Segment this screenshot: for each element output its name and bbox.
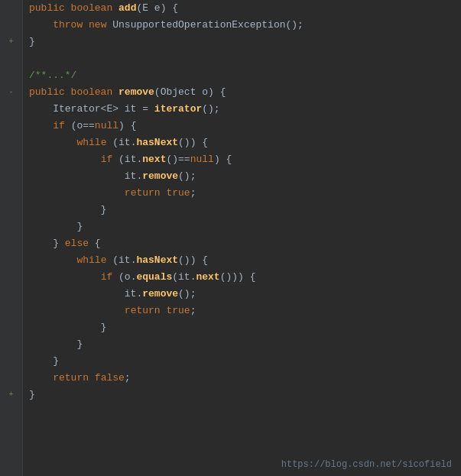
gutter-line-3[interactable]: + — [0, 34, 22, 50]
code-line-23: return false; — [23, 370, 461, 387]
gutter-line-9 — [0, 134, 22, 151]
token: ) { — [118, 118, 136, 134]
token: (o== — [71, 118, 95, 134]
gutter-line-19 — [0, 303, 22, 319]
token: Iterator<E> it = — [29, 101, 154, 118]
token — [29, 252, 76, 269]
code-line-15: } else { — [23, 235, 461, 252]
fold-icon-3[interactable]: + — [8, 34, 13, 50]
token: return — [125, 185, 167, 202]
watermark: https://blog.csdn.net/sicofield — [281, 459, 452, 470]
token: } — [29, 219, 83, 235]
token: (); — [178, 168, 196, 185]
token: (it. — [118, 151, 142, 168]
token: (Object o) { — [154, 84, 226, 101]
token — [29, 134, 76, 151]
token: { — [95, 235, 101, 252]
code-line-19: return true; — [23, 303, 461, 319]
token: (); — [178, 286, 196, 303]
line-gutter: + - + — [0, 0, 23, 476]
token: public — [29, 0, 71, 17]
token: new — [89, 17, 112, 34]
code-line-7: Iterator<E> it = iterator(); — [23, 101, 461, 118]
token: it. — [29, 168, 142, 185]
token: UnsupportedOperationException(); — [112, 17, 304, 34]
token: ()== — [166, 151, 190, 168]
token: /**...*/ — [29, 67, 76, 84]
token: remove — [118, 84, 154, 101]
token: false — [95, 370, 125, 387]
code-line-18: it.remove(); — [23, 286, 461, 303]
gutter-line-11 — [0, 168, 22, 185]
token: remove — [142, 286, 178, 303]
code-line-11: it.remove(); — [23, 168, 461, 185]
code-content: public boolean add(E e) { throw new Unsu… — [23, 0, 461, 476]
code-line-14: } — [23, 219, 461, 235]
token: ; — [190, 185, 196, 202]
token: iterator — [154, 101, 202, 118]
token: true — [166, 185, 190, 202]
gutter-line-2 — [0, 17, 22, 34]
gutter-line-1 — [0, 0, 22, 17]
gutter-line-15 — [0, 235, 22, 252]
token: } — [29, 202, 106, 219]
code-line-24: } — [23, 387, 461, 403]
token: ; — [190, 303, 196, 319]
fold-icon-6[interactable]: - — [8, 84, 13, 101]
code-line-16: while (it.hasNext()) { — [23, 252, 461, 269]
code-line-5: /**...*/ — [23, 67, 461, 84]
token: (it. — [112, 252, 136, 269]
gutter-line-22 — [0, 353, 22, 370]
token: (); — [202, 101, 219, 118]
gutter-line-17 — [0, 269, 22, 286]
token: null — [95, 118, 118, 134]
token: ) { — [214, 151, 232, 168]
token: next — [196, 269, 219, 286]
gutter-line-6[interactable]: - — [0, 84, 22, 101]
token: next — [142, 151, 166, 168]
token: boolean — [71, 0, 118, 17]
code-line-3: } — [23, 34, 461, 50]
gutter-line-20 — [0, 319, 22, 336]
token: boolean — [71, 84, 118, 101]
gutter-line-13 — [0, 202, 22, 219]
token — [29, 370, 53, 387]
token: public — [29, 84, 71, 101]
token: } — [29, 336, 83, 353]
code-line-21: } — [23, 336, 461, 353]
gutter-line-24[interactable]: + — [0, 387, 22, 403]
token — [29, 303, 125, 319]
token: throw — [53, 17, 89, 34]
gutter-line-12 — [0, 185, 22, 202]
code-line-12: return true; — [23, 185, 461, 202]
token: ())) { — [220, 269, 256, 286]
token: if — [101, 151, 118, 168]
gutter-line-21 — [0, 336, 22, 353]
code-line-9: while (it.hasNext()) { — [23, 134, 461, 151]
gutter-line-18 — [0, 286, 22, 303]
gutter-line-23 — [0, 370, 22, 387]
token: equals — [136, 269, 172, 286]
token — [29, 185, 125, 202]
token: remove — [142, 168, 178, 185]
gutter-line-7 — [0, 101, 22, 118]
token: if — [53, 118, 70, 134]
token: hasNext — [136, 134, 178, 151]
code-line-22: } — [23, 353, 461, 370]
token: while — [76, 252, 112, 269]
fold-icon-24[interactable]: + — [8, 387, 13, 403]
token: ; — [125, 370, 131, 387]
token: (it. — [112, 134, 136, 151]
token: (it. — [172, 269, 196, 286]
token: ()) { — [178, 252, 208, 269]
token — [29, 17, 53, 34]
code-line-13: } — [23, 202, 461, 219]
token: (o. — [118, 269, 136, 286]
token: else — [65, 235, 95, 252]
code-line-6: public boolean remove(Object o) { — [23, 84, 461, 101]
code-line-17: if (o.equals(it.next())) { — [23, 269, 461, 286]
token: while — [76, 134, 112, 151]
gutter-line-8 — [0, 118, 22, 134]
token: null — [190, 151, 214, 168]
gutter-line-5 — [0, 67, 22, 84]
